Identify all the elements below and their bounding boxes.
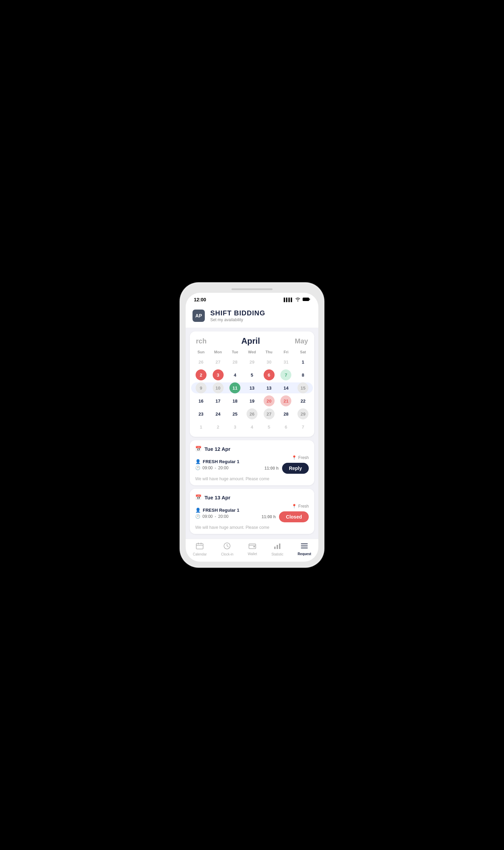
calendar: rch April May Sun Mon Tue Wed Thu Fri Sa… (190, 331, 314, 437)
calendar-icon-2: 📅 (195, 494, 202, 500)
clock-icon-2: 🕐 (195, 514, 200, 519)
cal-day[interactable]: 20 (261, 394, 278, 407)
nav-clockin[interactable]: Clock-in (221, 542, 233, 556)
nav-request[interactable]: Request (298, 543, 311, 556)
shift-details-row-2: 👤 FRESH Regular 1 🕐 09:00 - 20:00 📍 (195, 504, 309, 522)
cal-day[interactable]: 5 (261, 420, 278, 433)
shift-time-1: 🕐 09:00 - 20:00 (195, 466, 239, 470)
cal-day[interactable]: 14 (278, 381, 295, 394)
person-icon-1: 👤 (195, 459, 201, 464)
day-label-sat: Sat (294, 349, 311, 355)
cal-day[interactable]: 17 (210, 394, 227, 407)
cal-day[interactable]: 7 (294, 420, 311, 433)
cal-day[interactable]: 1 (193, 420, 210, 433)
cal-day[interactable]: 23 (193, 407, 210, 420)
cal-day[interactable]: 1 (294, 355, 311, 368)
current-month-label: April (241, 336, 260, 346)
closed-button-2[interactable]: Closed (279, 511, 309, 522)
reply-button-1[interactable]: Reply (282, 463, 309, 474)
cal-day[interactable]: 7 (278, 368, 295, 381)
wallet-nav-icon (249, 543, 256, 551)
cal-day[interactable]: 30 (261, 355, 278, 368)
calendar-week-6: 1 2 3 4 5 6 7 (190, 420, 314, 437)
svg-rect-12 (277, 545, 278, 549)
shift-role-2: 👤 FRESH Regular 1 (195, 508, 239, 513)
cal-day[interactable]: 10 (210, 381, 227, 394)
shift-left-2: 👤 FRESH Regular 1 🕐 09:00 - 20:00 (195, 508, 239, 519)
calendar-icon-1: 📅 (195, 446, 202, 452)
wifi-icon (295, 297, 301, 302)
cal-day[interactable]: 5 (243, 368, 261, 381)
cal-day[interactable]: 28 (226, 355, 243, 368)
cal-day[interactable]: 28 (278, 407, 295, 420)
cal-day[interactable]: 9 (193, 381, 210, 394)
time-start-2: 09:00 (202, 514, 213, 519)
cal-day[interactable]: 11 (226, 381, 243, 394)
time-sep-2: - (215, 514, 216, 519)
person-icon-2: 👤 (195, 508, 201, 513)
cal-day[interactable]: 24 (210, 407, 227, 420)
cal-day[interactable]: 21 (278, 394, 295, 407)
nav-statistic[interactable]: Statistic (271, 542, 283, 556)
day-label-wed: Wed (243, 349, 261, 355)
nav-statistic-label: Statistic (271, 552, 283, 556)
cal-day[interactable]: 15 (294, 381, 311, 394)
time-separator-1: - (215, 466, 216, 470)
svg-rect-11 (274, 547, 276, 549)
shift-duration-1: 11:00 h (265, 466, 279, 471)
shift-card-2: 📅 Tue 13 Apr 👤 FRESH Regular 1 🕐 09:00 - (190, 489, 314, 534)
user-avatar: AP (193, 310, 205, 322)
cal-day[interactable]: 13 (261, 381, 278, 394)
app-header: AP SHIFT BIDDING Set my availability (186, 305, 318, 328)
cal-day[interactable]: 26 (193, 355, 210, 368)
cal-day[interactable]: 8 (294, 368, 311, 381)
location-name-2: Fresh (298, 504, 309, 509)
shift-role-1: 👤 FRESH Regular 1 (195, 459, 239, 464)
svg-rect-1 (309, 299, 310, 300)
nav-wallet[interactable]: Wallet (248, 543, 257, 556)
nav-calendar[interactable]: Calendar (193, 542, 207, 556)
calendar-week-5: 23 24 25 26 27 28 29 (190, 407, 314, 420)
calendar-nav-icon (196, 542, 203, 551)
phone-screen: 12:00 ▌▌▌▌ AP SHIFT BIDDING Set my avail… (186, 293, 318, 562)
shift-message-2: We will have huge amount. Please come (195, 525, 309, 530)
cal-day[interactable]: 19 (243, 394, 261, 407)
svg-rect-2 (196, 544, 203, 549)
cal-day[interactable]: 2 (210, 420, 227, 433)
shift-right-2: 📍 Fresh 11:00 h Closed (262, 504, 309, 522)
shift-duration-2: 11:00 h (262, 514, 276, 519)
cal-day[interactable]: 6 (278, 420, 295, 433)
svg-rect-10 (253, 546, 255, 548)
cal-day[interactable]: 29 (243, 355, 261, 368)
signal-icon: ▌▌▌▌ (284, 298, 293, 302)
app-title: SHIFT BIDDING (210, 309, 265, 317)
time-range-1: 09:00 (202, 466, 213, 470)
cal-day[interactable]: 22 (294, 394, 311, 407)
calendar-week-3: 9 10 11 13 13 14 15 (190, 381, 314, 394)
statistic-nav-icon (274, 542, 281, 551)
cal-day[interactable]: 6 (261, 368, 278, 381)
bottom-navigation: Calendar Clock-in Wallet Statistic (186, 539, 318, 562)
day-label-thu: Thu (261, 349, 278, 355)
shift-message-1: We will have huge amount. Please come (195, 476, 309, 481)
cal-day[interactable]: 25 (226, 407, 243, 420)
cal-day[interactable]: 4 (226, 368, 243, 381)
calendar-week-1: 26 27 28 29 30 31 1 (190, 355, 314, 368)
shift-cards-list: 📅 Tue 12 Apr 👤 FRESH Regular 1 🕐 09:00 - (186, 440, 318, 537)
cal-day[interactable]: 27 (210, 355, 227, 368)
cal-day[interactable]: 16 (193, 394, 210, 407)
month-navigation: rch April May (190, 331, 314, 349)
clock-icon-1: 🕐 (195, 466, 200, 470)
cal-day[interactable]: 4 (243, 420, 261, 433)
cal-day[interactable]: 2 (193, 368, 210, 381)
app-subtitle: Set my availability (210, 317, 265, 322)
cal-day[interactable]: 27 (261, 407, 278, 420)
nav-clockin-label: Clock-in (221, 552, 233, 556)
cal-day[interactable]: 26 (243, 407, 261, 420)
cal-day[interactable]: 13 (243, 381, 261, 394)
cal-day[interactable]: 3 (210, 368, 227, 381)
cal-day[interactable]: 29 (294, 407, 311, 420)
cal-day[interactable]: 31 (278, 355, 295, 368)
cal-day[interactable]: 3 (226, 420, 243, 433)
cal-day[interactable]: 18 (226, 394, 243, 407)
